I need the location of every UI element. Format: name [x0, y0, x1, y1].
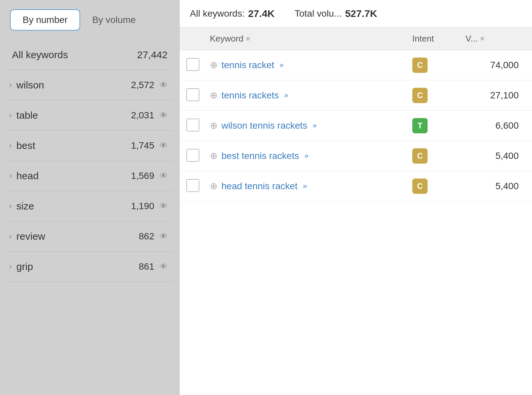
list-item[interactable]: › grip 861 👁 [7, 252, 173, 282]
keyword-row-right: 2,572 👁 [131, 80, 168, 90]
keyword-row-left: › wilson [9, 79, 44, 91]
keyword-link[interactable]: tennis racket [221, 59, 274, 71]
eye-icon: 👁 [160, 201, 168, 211]
table-header: Keyword ≡ Intent V... ≡ [180, 28, 532, 50]
by-volume-button[interactable]: By volume [80, 9, 148, 31]
intent-col-label: Intent [412, 34, 434, 44]
double-chevron-icon[interactable]: » [304, 152, 308, 160]
keyword-cell: ⊕ tennis rackets » [210, 89, 412, 101]
row-checkbox[interactable] [187, 58, 199, 71]
chevron-right-icon: › [9, 172, 12, 180]
all-keywords-count: 27,442 [137, 49, 168, 61]
total-volume-stat-value: 527.7K [345, 8, 377, 19]
keyword-row-left: › size [9, 200, 34, 212]
volume-cell: 6,600 [466, 120, 525, 131]
list-item[interactable]: › best 1,745 👁 [7, 131, 173, 161]
eye-icon: 👁 [160, 232, 168, 241]
keyword-row-right: 2,031 👁 [131, 110, 168, 121]
double-chevron-icon[interactable]: » [280, 61, 284, 69]
volume-col-header: V... ≡ [466, 34, 525, 44]
double-chevron-icon[interactable]: » [313, 121, 317, 130]
row-checkbox[interactable] [187, 119, 199, 131]
all-keywords-label: All keywords [12, 49, 68, 61]
volume-cell: 27,100 [466, 90, 525, 101]
volume-cell: 74,000 [466, 60, 525, 70]
keyword-name: head [16, 170, 39, 182]
chevron-right-icon: › [9, 202, 12, 210]
table-row: ⊕ tennis rackets » C 27,100 [180, 80, 532, 111]
keyword-link[interactable]: wilson tennis rackets [221, 120, 307, 132]
eye-icon: 👁 [160, 262, 168, 271]
chevron-right-icon: › [9, 141, 12, 150]
row-checkbox-cell [187, 119, 210, 133]
keyword-row-left: › review [9, 231, 45, 242]
all-keywords-row: All keywords 27,442 [7, 40, 173, 70]
keyword-row-right: 1,190 👁 [131, 201, 168, 211]
table-row: ⊕ head tennis racket » C 5,400 [180, 171, 532, 201]
eye-icon: 👁 [160, 111, 168, 120]
double-chevron-icon[interactable]: » [303, 182, 307, 191]
volume-filter-icon[interactable]: ≡ [480, 35, 484, 43]
keyword-row-right: 862 👁 [139, 231, 168, 242]
row-checkbox-cell [187, 179, 210, 193]
double-chevron-icon[interactable]: » [284, 91, 288, 100]
keyword-link[interactable]: tennis rackets [221, 89, 279, 101]
plus-circle-icon[interactable]: ⊕ [210, 120, 217, 131]
keyword-name: grip [16, 261, 33, 272]
row-checkbox-cell [187, 88, 210, 102]
intent-badge: C [412, 179, 428, 194]
keyword-link[interactable]: head tennis racket [221, 180, 298, 192]
intent-col-header: Intent [412, 34, 466, 44]
keyword-row-left: › table [9, 110, 38, 121]
all-keywords-stat-label: All keywords: [190, 8, 245, 19]
chevron-right-icon: › [9, 232, 12, 241]
plus-circle-icon[interactable]: ⊕ [210, 181, 217, 192]
list-item[interactable]: › size 1,190 👁 [7, 191, 173, 221]
total-volume-stat: Total volu... 527.7K [295, 8, 377, 19]
keyword-link[interactable]: best tennis rackets [221, 150, 299, 162]
keyword-cell: ⊕ wilson tennis rackets » [210, 120, 412, 132]
intent-cell: C [412, 88, 466, 103]
plus-circle-icon[interactable]: ⊕ [210, 60, 217, 70]
keyword-filter-icon[interactable]: ≡ [246, 35, 250, 43]
list-item[interactable]: › head 1,569 👁 [7, 161, 173, 191]
intent-cell: C [412, 58, 466, 73]
row-checkbox[interactable] [187, 88, 199, 101]
keyword-cell: ⊕ head tennis racket » [210, 180, 412, 192]
keyword-name: size [16, 200, 34, 212]
list-item[interactable]: › wilson 2,572 👁 [7, 70, 173, 100]
all-keywords-stat-value: 27.4K [248, 8, 275, 19]
keyword-count: 861 [139, 261, 154, 272]
right-header: All keywords: 27.4K Total volu... 527.7K [180, 0, 532, 28]
eye-icon: 👁 [160, 171, 168, 181]
row-checkbox-cell [187, 149, 210, 163]
eye-icon: 👁 [160, 80, 168, 90]
by-number-button[interactable]: By number [10, 9, 80, 31]
chevron-right-icon: › [9, 262, 12, 271]
list-item[interactable]: › review 862 👁 [7, 221, 173, 252]
keyword-count: 2,572 [131, 80, 154, 90]
keyword-cell: ⊕ best tennis rackets » [210, 150, 412, 162]
row-checkbox-cell [187, 58, 210, 72]
volume-cell: 5,400 [466, 181, 525, 192]
plus-circle-icon[interactable]: ⊕ [210, 150, 217, 161]
row-checkbox[interactable] [187, 179, 199, 192]
keyword-name: review [16, 231, 45, 242]
keyword-row-left: › best [9, 140, 35, 151]
keyword-col-header: Keyword ≡ [210, 34, 412, 44]
list-item[interactable]: › table 2,031 👁 [7, 100, 173, 131]
keywords-list: All keywords 27,442 › wilson 2,572 👁 › t… [0, 40, 180, 395]
toggle-bar: By number By volume [0, 0, 180, 40]
intent-cell: C [412, 148, 466, 164]
table-row: ⊕ tennis racket » C 74,000 [180, 50, 532, 80]
intent-badge: C [412, 148, 428, 164]
keyword-cell: ⊕ tennis racket » [210, 59, 412, 71]
left-panel: By number By volume All keywords 27,442 … [0, 0, 180, 395]
keyword-count: 1,569 [131, 171, 154, 181]
intent-badge: C [412, 58, 428, 73]
right-panel: All keywords: 27.4K Total volu... 527.7K… [180, 0, 532, 395]
all-keywords-stat: All keywords: 27.4K [190, 8, 275, 19]
intent-cell: C [412, 179, 466, 194]
plus-circle-icon[interactable]: ⊕ [210, 90, 217, 101]
row-checkbox[interactable] [187, 149, 199, 162]
